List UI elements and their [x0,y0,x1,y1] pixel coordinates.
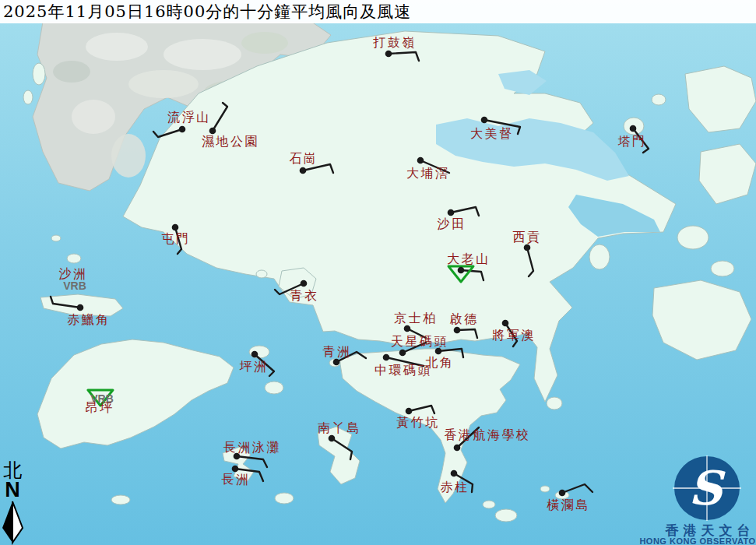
hko-logo-zh: 香港天文台 [665,522,755,538]
station-name-label[interactable]: 赤鱲角 [67,312,111,327]
station-name-label[interactable]: 青洲 [323,344,352,359]
station-dot[interactable] [383,354,390,361]
station-dot[interactable] [524,244,531,251]
station-dot[interactable] [300,167,307,174]
hko-logo-en: HONG KONG OBSERVATORY [639,536,756,545]
station-name-label[interactable]: 流浮山 [167,110,211,125]
station-name-label[interactable]: 橫瀾島 [547,498,590,512]
station-沙洲[interactable]: VRB沙洲 [59,266,88,292]
station-name-label[interactable]: 將軍澳 [492,328,536,343]
station-dot[interactable] [251,351,258,358]
station-dot[interactable] [77,304,84,311]
north-compass: 北 N [2,459,23,543]
station-dot[interactable] [172,224,179,231]
station-name-label[interactable]: 西貢 [513,230,542,244]
station-name-label[interactable]: 啟德 [450,311,479,326]
station-dot[interactable] [406,408,413,415]
map-title: 2025年11月05日16時00分的十分鐘平均風向及風速 [0,1,411,23]
station-dot[interactable] [454,445,461,452]
station-dot[interactable] [458,267,465,274]
station-dot[interactable] [209,128,216,135]
station-dot[interactable] [559,490,566,497]
title-bar: 2025年11月05日16時00分的十分鐘平均風向及風速 [0,0,756,23]
station-name-label[interactable]: 京士柏 [394,311,438,325]
station-dot[interactable] [454,327,461,334]
station-name-label[interactable]: 南丫島 [318,420,361,435]
station-name-label[interactable]: 大埔滘 [406,166,450,181]
wind-map: 打鼓嶺流浮山濕地公園大美督塔門石崗大埔滘沙田西貢屯門VRB沙洲赤鱲角大老山青衣京… [0,0,756,545]
island [33,63,45,85]
station-name-label[interactable]: 坪洲 [240,359,269,374]
station-dot[interactable] [417,157,424,164]
station-dot[interactable] [404,325,411,332]
station-name-label[interactable]: 黃竹坑 [396,415,440,430]
station-dot[interactable] [448,209,455,216]
station-dot[interactable] [481,117,488,124]
vrb-label: VRB [63,280,86,292]
station-name-label[interactable]: 長洲 [222,472,251,487]
station-昂坪[interactable]: VRB昂坪 [86,390,114,415]
station-name-label[interactable]: 大老山 [447,251,491,266]
station-dot[interactable] [435,348,442,355]
hko-logo-swirl-icon: S [688,461,726,515]
station-dot[interactable] [232,466,239,473]
station-name-label[interactable]: 沙田 [438,216,466,231]
hong-kong-map: 打鼓嶺流浮山濕地公園大美督塔門石崗大埔滘沙田西貢屯門VRB沙洲赤鱲角大老山青衣京… [0,0,756,545]
island [23,90,33,104]
station-dot[interactable] [502,320,509,327]
station-name-label[interactable]: 青衣 [290,288,319,303]
station-name-label[interactable]: 昂坪 [86,400,114,415]
station-name-label[interactable]: 天星碼頭 [391,334,448,349]
station-name-label[interactable]: 石崗 [290,151,318,166]
station-dot[interactable] [333,359,340,366]
station-dot[interactable] [385,51,392,58]
station-name-label[interactable]: 香港航海學校 [445,427,531,442]
station-name-label[interactable]: 大美督 [470,126,514,141]
station-dot[interactable] [630,125,637,132]
compass-n-label: N [5,478,20,501]
station-dot[interactable] [301,280,308,287]
station-name-label[interactable]: 長洲泳灘 [223,440,281,455]
station-dot[interactable] [451,470,458,477]
station-name-label[interactable]: 打鼓嶺 [372,35,417,50]
station-name-label[interactable]: 塔門 [618,134,647,149]
station-dot[interactable] [179,126,186,133]
station-name-label[interactable]: 中環碼頭 [374,363,432,378]
station-name-label[interactable]: 赤柱 [441,480,469,494]
station-dot[interactable] [329,435,336,442]
station-name-label[interactable]: 沙洲 [59,266,88,281]
station-name-label[interactable]: 屯門 [162,231,191,246]
station-dot[interactable] [399,350,406,357]
station-name-label[interactable]: 濕地公園 [202,134,259,149]
